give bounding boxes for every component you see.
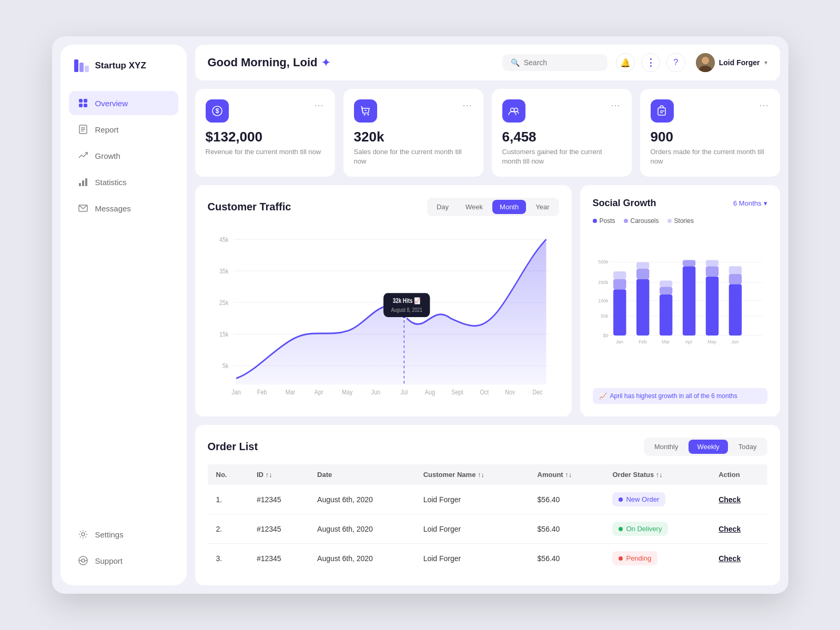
col-action: Action <box>710 464 767 485</box>
col-id: ID ↑↓ <box>248 464 309 485</box>
svg-text:32k Hits 📈: 32k Hits 📈 <box>392 297 420 305</box>
stat-card-orders: ⋯ 900 Orders made for the current month … <box>640 89 780 177</box>
sidebar-item-support[interactable]: Support <box>69 548 178 573</box>
status-dot-delivery <box>619 527 623 531</box>
filter-monthly[interactable]: Monthly <box>646 440 687 454</box>
svg-point-17 <box>82 559 85 562</box>
notification-button[interactable]: 🔔 <box>616 53 635 72</box>
social-growth-card: Social Growth 6 Months ▾ Posts <box>580 185 780 416</box>
filter-week[interactable]: Week <box>458 200 490 214</box>
app-container: Startup XYZ Overview <box>52 36 788 594</box>
row2-status: On Delivery <box>604 514 710 544</box>
search-input[interactable] <box>524 58 599 67</box>
revenue-icon: $ <box>206 99 229 123</box>
avatar <box>696 53 715 72</box>
stories-label: Stories <box>674 217 694 225</box>
col-date: Date <box>309 464 415 485</box>
check-button-1[interactable]: Check <box>718 495 741 504</box>
report-label: Report <box>95 125 119 134</box>
check-button-3[interactable]: Check <box>718 554 741 563</box>
svg-rect-11 <box>79 183 81 186</box>
filter-day[interactable]: Day <box>429 200 456 214</box>
stat-card-header-orders: ⋯ <box>651 99 770 123</box>
svg-text:Mar: Mar <box>285 388 295 396</box>
legend-posts: Posts <box>593 217 615 225</box>
row1-customer: Loid Forger <box>415 485 529 514</box>
stat-menu-sales[interactable]: ⋯ <box>462 99 473 111</box>
svg-rect-83 <box>728 284 741 336</box>
table-row: 1. #12345 August 6th, 2020 Loid Forger $… <box>208 485 767 514</box>
svg-point-21 <box>702 57 709 64</box>
period-selector[interactable]: 6 Months ▾ <box>733 199 767 207</box>
logo-icon <box>73 57 90 74</box>
filter-weekly[interactable]: Weekly <box>689 440 727 454</box>
sidebar-item-growth[interactable]: Growth <box>69 144 178 168</box>
svg-text:$: $ <box>215 107 219 115</box>
svg-text:August 8, 2021: August 8, 2021 <box>391 307 422 313</box>
nav-items: Overview Report <box>69 91 178 522</box>
stat-menu-revenue[interactable]: ⋯ <box>314 99 325 111</box>
stat-card-header-sales: ⋯ <box>354 99 473 123</box>
svg-rect-77 <box>659 281 672 287</box>
nav-bottom: Settings Support <box>69 522 178 573</box>
sidebar-item-statistics[interactable]: Statistics <box>69 170 178 194</box>
svg-text:Dec: Dec <box>532 388 542 396</box>
sidebar-item-report[interactable]: Report <box>69 117 178 141</box>
user-chevron-icon: ▾ <box>764 59 767 66</box>
sales-value: 320k <box>354 129 473 145</box>
svg-rect-78 <box>682 267 695 336</box>
stat-menu-orders[interactable]: ⋯ <box>759 99 770 111</box>
svg-text:500k: 500k <box>598 260 609 265</box>
help-button[interactable]: ? <box>666 53 685 72</box>
logo-area: Startup XYZ <box>69 57 178 74</box>
social-title: Social Growth <box>593 198 656 209</box>
table-row: 2. #12345 August 6th, 2020 Loid Forger $… <box>208 514 767 544</box>
row2-date: August 6th, 2020 <box>309 514 415 544</box>
messages-label: Messages <box>95 204 131 213</box>
orders-value: 900 <box>651 129 770 145</box>
svg-rect-44 <box>383 293 430 318</box>
svg-text:25k: 25k <box>219 299 228 307</box>
filter-year[interactable]: Year <box>528 200 556 214</box>
filter-month[interactable]: Month <box>492 200 526 214</box>
status-dot-new <box>619 497 623 502</box>
row1-date: August 6th, 2020 <box>309 485 415 514</box>
sidebar-item-settings[interactable]: Settings <box>69 522 178 546</box>
svg-point-15 <box>82 533 85 536</box>
revenue-label: Revenue for the current month till now <box>206 147 325 157</box>
sales-icon <box>354 99 377 123</box>
user-area[interactable]: Loid Forger ▾ <box>696 53 767 72</box>
svg-text:50k: 50k <box>601 313 609 319</box>
filter-today[interactable]: Today <box>730 440 765 454</box>
row2-action: Check <box>710 514 767 544</box>
col-no: No. <box>208 464 248 485</box>
svg-text:Aug: Aug <box>424 388 434 396</box>
svg-text:Mar: Mar <box>662 339 670 344</box>
svg-rect-71 <box>613 271 626 279</box>
svg-rect-79 <box>682 260 695 267</box>
svg-rect-0 <box>74 59 78 72</box>
check-button-2[interactable]: Check <box>718 525 741 533</box>
legend-carousels: Carousels <box>624 217 659 225</box>
stat-card-revenue: $ ⋯ $132,000 Revenue for the current mon… <box>195 89 335 177</box>
stat-menu-customers[interactable]: ⋯ <box>611 99 621 111</box>
search-box[interactable]: 🔍 <box>502 54 608 71</box>
svg-rect-81 <box>705 267 718 277</box>
sparkle-icon: ✦ <box>321 56 330 69</box>
customers-value: 6,458 <box>502 129 621 145</box>
svg-text:Jan: Jan <box>231 388 240 396</box>
order-table: No. ID ↑↓ Date Customer Name ↑↓ Amount ↑… <box>208 464 767 573</box>
sidebar-item-overview[interactable]: Overview <box>69 91 178 115</box>
svg-text:5k: 5k <box>222 362 228 370</box>
customers-icon <box>502 99 525 123</box>
svg-rect-70 <box>613 279 626 290</box>
status-badge-new: New Order <box>612 492 665 506</box>
orders-label: Orders made for the current month till n… <box>651 147 770 166</box>
svg-text:Apr: Apr <box>314 388 323 396</box>
sidebar-item-messages[interactable]: Messages <box>69 196 178 220</box>
menu-button[interactable]: ⋮ <box>641 53 660 72</box>
statistics-icon <box>77 176 89 188</box>
posts-dot <box>593 219 597 223</box>
svg-text:Jul: Jul <box>400 388 408 396</box>
svg-rect-85 <box>728 267 741 275</box>
